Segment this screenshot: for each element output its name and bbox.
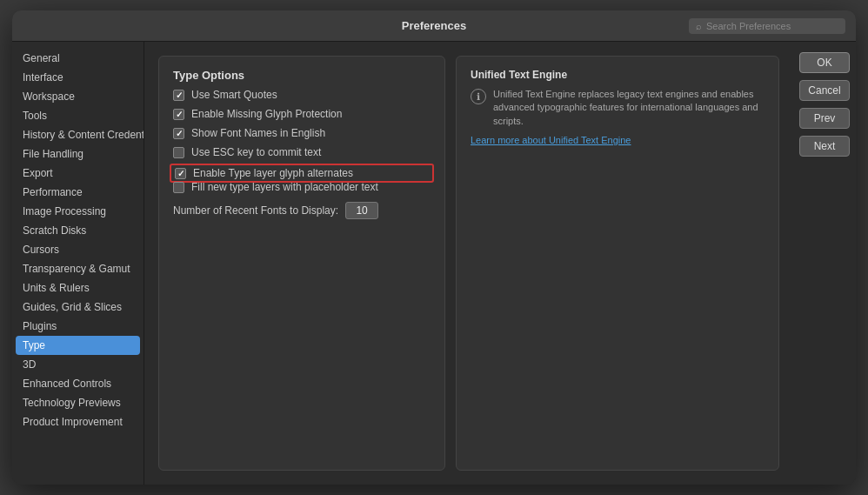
preferences-window: Preferences ⌕ GeneralInterfaceWorkspaceT… bbox=[12, 10, 856, 485]
sidebar-item-type[interactable]: Type bbox=[16, 336, 140, 355]
label-smart-quotes: Use Smart Quotes bbox=[191, 89, 277, 101]
panels-row: Type Options Use Smart Quotes Enable Mis… bbox=[158, 56, 779, 471]
unified-title: Unified Text Engine bbox=[471, 69, 765, 81]
sidebar-item-enhanced-controls[interactable]: Enhanced Controls bbox=[12, 374, 144, 393]
checkbox-row-placeholder: Fill new type layers with placeholder te… bbox=[173, 181, 431, 193]
titlebar: Preferences ⌕ bbox=[12, 10, 856, 42]
button-panel: OK Cancel Prev Next bbox=[793, 42, 856, 485]
checkbox-row-glyph-alternates: Enable Type layer glyph alternates bbox=[170, 164, 434, 183]
next-button[interactable]: Next bbox=[799, 136, 850, 157]
sidebar-item-plugins[interactable]: Plugins bbox=[12, 317, 144, 336]
checkbox-placeholder[interactable] bbox=[173, 182, 184, 193]
sidebar-item-cursors[interactable]: Cursors bbox=[12, 240, 144, 259]
sidebar: GeneralInterfaceWorkspaceToolsHistory & … bbox=[12, 42, 144, 485]
type-options-title: Type Options bbox=[173, 69, 431, 82]
checkbox-row-esc-key: Use ESC key to commit text bbox=[173, 146, 431, 158]
sidebar-item-units---rulers[interactable]: Units & Rulers bbox=[12, 278, 144, 298]
info-icon: ℹ bbox=[471, 89, 486, 104]
sidebar-item-product-improvement[interactable]: Product Improvement bbox=[12, 412, 144, 431]
recent-fonts-label: Number of Recent Fonts to Display: bbox=[173, 204, 338, 217]
sidebar-item-technology-previews[interactable]: Technology Previews bbox=[12, 393, 144, 412]
sidebar-item-image-processing[interactable]: Image Processing bbox=[12, 202, 144, 221]
type-options-panel: Type Options Use Smart Quotes Enable Mis… bbox=[158, 56, 445, 471]
sidebar-item-file-handling[interactable]: File Handling bbox=[12, 144, 144, 164]
unified-description: Unified Text Engine replaces legacy text… bbox=[493, 88, 765, 128]
checkbox-esc-key[interactable] bbox=[173, 147, 184, 158]
checkbox-row-font-names: Show Font Names in English bbox=[173, 127, 431, 139]
checkbox-row-missing-glyph: Enable Missing Glyph Protection bbox=[173, 108, 431, 120]
prev-button[interactable]: Prev bbox=[799, 108, 850, 129]
sidebar-item-3d[interactable]: 3D bbox=[12, 355, 144, 374]
main-content: GeneralInterfaceWorkspaceToolsHistory & … bbox=[12, 42, 856, 485]
recent-fonts-input[interactable] bbox=[345, 202, 378, 219]
checkbox-smart-quotes[interactable] bbox=[173, 90, 184, 101]
checkbox-missing-glyph[interactable] bbox=[173, 109, 184, 120]
unified-link[interactable]: Learn more about Unified Text Engine bbox=[471, 135, 765, 145]
sidebar-item-export[interactable]: Export bbox=[12, 164, 144, 183]
checkbox-row-smart-quotes: Use Smart Quotes bbox=[173, 89, 431, 101]
sidebar-item-interface[interactable]: Interface bbox=[12, 68, 144, 87]
cancel-button[interactable]: Cancel bbox=[799, 80, 850, 101]
search-bar[interactable]: ⌕ bbox=[689, 18, 845, 34]
window-title: Preferences bbox=[402, 19, 466, 32]
label-font-names: Show Font Names in English bbox=[191, 127, 325, 139]
right-panel: Type Options Use Smart Quotes Enable Mis… bbox=[144, 42, 856, 485]
sidebar-item-general[interactable]: General bbox=[12, 49, 144, 68]
unified-info-row: ℹ Unified Text Engine replaces legacy te… bbox=[471, 88, 765, 128]
sidebar-item-workspace[interactable]: Workspace bbox=[12, 87, 144, 106]
label-esc-key: Use ESC key to commit text bbox=[191, 146, 321, 158]
sidebar-item-tools[interactable]: Tools bbox=[12, 106, 144, 125]
sidebar-item-scratch-disks[interactable]: Scratch Disks bbox=[12, 221, 144, 240]
label-missing-glyph: Enable Missing Glyph Protection bbox=[191, 108, 342, 120]
sidebar-item-history---content-credentials[interactable]: History & Content Credentials bbox=[12, 125, 144, 144]
label-glyph-alternates: Enable Type layer glyph alternates bbox=[193, 167, 353, 179]
label-placeholder: Fill new type layers with placeholder te… bbox=[191, 181, 378, 193]
unified-text-engine-panel: Unified Text Engine ℹ Unified Text Engin… bbox=[456, 56, 779, 471]
sidebar-item-guides--grid---slices[interactable]: Guides, Grid & Slices bbox=[12, 298, 144, 317]
search-icon: ⌕ bbox=[696, 21, 702, 31]
ok-button[interactable]: OK bbox=[799, 52, 850, 73]
sidebar-item-performance[interactable]: Performance bbox=[12, 183, 144, 202]
checkbox-font-names[interactable] bbox=[173, 128, 184, 139]
checkbox-glyph-alternates[interactable] bbox=[175, 168, 186, 179]
search-input[interactable] bbox=[706, 21, 838, 31]
content-area: Type Options Use Smart Quotes Enable Mis… bbox=[144, 42, 793, 485]
sidebar-item-transparency---gamut[interactable]: Transparency & Gamut bbox=[12, 259, 144, 278]
number-of-fonts-row: Number of Recent Fonts to Display: bbox=[173, 202, 431, 219]
